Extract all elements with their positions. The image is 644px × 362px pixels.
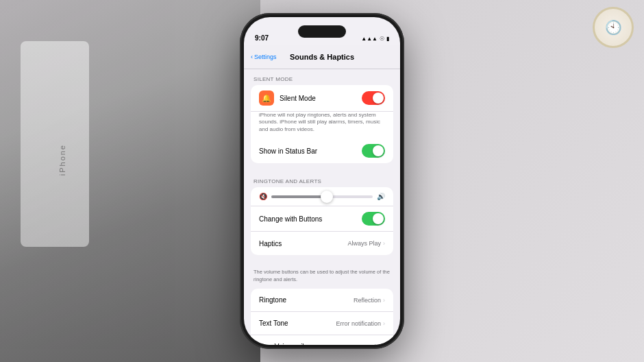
show-status-bar-row[interactable]: Show in Status Bar [251, 138, 393, 163]
ringtone-label: Ringtone [259, 296, 354, 304]
status-time: 9:07 [255, 34, 269, 42]
nav-bar: ‹ Settings Sounds & Haptics [244, 45, 400, 69]
slider-thumb[interactable] [321, 191, 333, 203]
silent-mode-description: iPhone will not play ringtones, alerts a… [251, 112, 393, 138]
wifi-icon: ☉ [380, 36, 384, 42]
show-status-bar-label: Show in Status Bar [259, 147, 362, 155]
change-with-buttons-toggle[interactable] [362, 212, 385, 226]
silent-mode-toggle[interactable] [362, 91, 385, 105]
ringtone-row[interactable]: Ringtone Reflection › [251, 289, 393, 312]
new-voicemail-row[interactable]: New Voicemail Droplet › [251, 335, 393, 345]
iphone-box: iPhone [21, 41, 89, 247]
silent-mode-group: 🔔 Silent Mode iPhone will not play ringt… [251, 85, 393, 163]
status-icons: ▲▲▲ ☉ ▮ [361, 36, 389, 42]
ringtone-alerts-header: RINGTONE AND ALERTS [244, 174, 400, 187]
haptics-row[interactable]: Haptics Always Play › [251, 232, 393, 255]
sound-items-group: Ringtone Reflection › Text Tone Error no… [251, 289, 393, 345]
silent-mode-icon: 🔔 [259, 90, 274, 106]
volume-low-icon: 🔇 [259, 193, 267, 200]
haptics-value: Always Play [347, 240, 381, 247]
volume-slider-track[interactable] [271, 195, 373, 198]
left-photo-area: iPhone [0, 0, 260, 362]
silent-mode-header: SILENT MODE [244, 69, 400, 85]
silent-mode-label: Silent Mode [280, 95, 362, 102]
haptics-note: The volume buttons can be used to adjust… [244, 266, 400, 289]
volume-slider-row[interactable]: 🔇 🔊 [251, 187, 393, 206]
ringtone-chevron-icon: › [383, 297, 385, 304]
content-area: SILENT MODE 🔔 Silent Mode iPhone will no… [244, 69, 400, 345]
iphone-box-text: iPhone [58, 144, 66, 176]
nav-title: Sounds & Haptics [290, 53, 354, 61]
phone-frame: 9:07 ▲▲▲ ☉ ▮ ‹ Settings Sounds & Haptics… [240, 13, 404, 349]
haptics-label: Haptics [259, 240, 347, 248]
dynamic-island [298, 25, 346, 38]
new-voicemail-label: New Voicemail [259, 343, 361, 345]
back-chevron-icon: ‹ [251, 53, 253, 60]
ringtone-alerts-group: 🔇 🔊 Change with Buttons Haptics Always P… [251, 187, 393, 255]
show-status-bar-toggle[interactable] [362, 144, 385, 158]
silent-mode-row[interactable]: 🔔 Silent Mode [251, 85, 393, 112]
new-voicemail-chevron-icon: › [383, 343, 385, 345]
new-voicemail-value: Droplet [361, 343, 381, 345]
ringtone-value: Reflection [354, 297, 381, 304]
back-button[interactable]: ‹ Settings [251, 53, 277, 60]
text-tone-chevron-icon: › [383, 320, 385, 327]
battery-icon: ▮ [386, 36, 389, 42]
text-tone-row[interactable]: Text Tone Error notification › [251, 312, 393, 335]
text-tone-value: Error notification [336, 320, 381, 327]
volume-high-icon: 🔊 [377, 193, 385, 200]
change-with-buttons-row[interactable]: Change with Buttons [251, 206, 393, 232]
signal-icon: ▲▲▲ [361, 36, 377, 42]
haptics-chevron-icon: › [383, 240, 385, 247]
back-label: Settings [254, 53, 277, 60]
clock-decoration: 🕙 [593, 7, 634, 48]
change-with-buttons-label: Change with Buttons [259, 215, 362, 223]
phone-screen: 9:07 ▲▲▲ ☉ ▮ ‹ Settings Sounds & Haptics… [244, 17, 400, 345]
text-tone-label: Text Tone [259, 319, 336, 327]
slider-fill [271, 195, 327, 198]
clock-icon: 🕙 [605, 19, 622, 36]
